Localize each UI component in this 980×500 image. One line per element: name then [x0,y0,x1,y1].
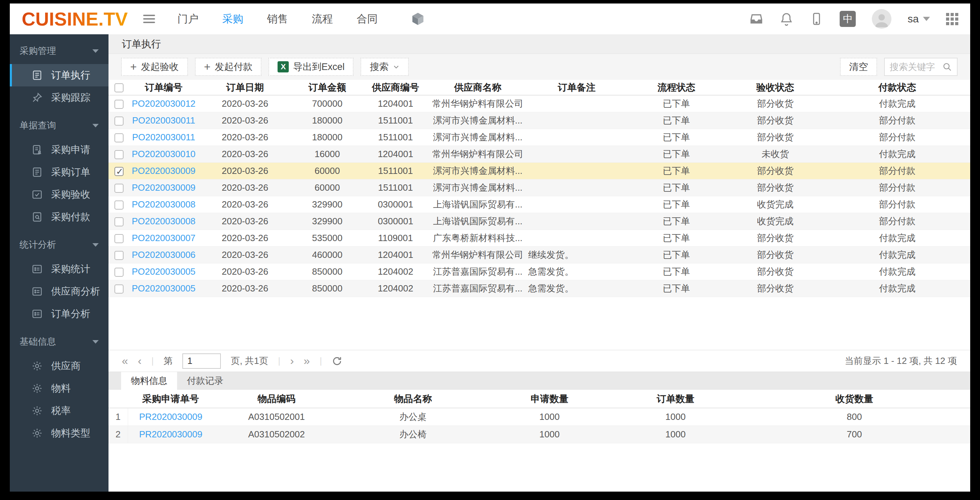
cell-flow-status: 已下单 [627,179,726,196]
order-number-link[interactable]: PO2020030009 [132,165,195,176]
sidebar-item-order-analysis[interactable]: 订单分析 [10,303,108,325]
order-row[interactable]: PO2020030007 2020-03-26 535000 1109001 广… [108,230,970,246]
hamburger-menu-icon[interactable] [143,13,155,25]
next-page-button[interactable]: › [290,354,294,367]
detail-row[interactable]: 1 PR2020030009 A0310502001 办公桌 1000 1000… [108,408,970,425]
user-menu[interactable]: sa [908,13,930,25]
sidebar-item-supplier-analysis[interactable]: 供应商分析 [10,280,108,303]
nav-item-portal[interactable]: 门户 [177,12,199,26]
order-number-link[interactable]: PO2020030012 [132,98,195,109]
sidebar-group-label: 基础信息 [20,335,56,348]
language-icon[interactable]: 中 [840,11,856,27]
order-number-link[interactable]: PO2020030006 [132,249,195,260]
cell-order-date: 2020-03-26 [198,95,292,112]
sidebar-item-purchase-acceptance[interactable]: 采购验收 [10,183,108,206]
nav-item-process[interactable]: 流程 [312,12,333,26]
search-icon[interactable] [942,62,952,72]
clear-button[interactable]: 清空 [840,58,877,76]
initiate-acceptance-button[interactable]: + 发起验收 [121,58,188,76]
sidebar-group-basic-info[interactable]: 基础信息 [10,325,108,355]
detail-row[interactable]: 2 PR2020030009 A0310502002 办公椅 1000 1000… [108,425,970,443]
tab-payment-records[interactable]: 付款记录 [177,372,233,390]
sidebar-item-material-type[interactable]: 物料类型 [10,422,108,444]
order-row[interactable]: PO2020030011 2020-03-26 180000 1511001 漯… [108,112,970,129]
order-number-link[interactable]: PO2020030005 [132,283,195,294]
app-logo[interactable]: CUISINE.TV [22,8,128,30]
row-checkbox-checked[interactable] [115,167,124,176]
order-row[interactable]: PO2020030012 2020-03-26 700000 1204001 常… [108,95,970,112]
tab-material-info[interactable]: 物料信息 [121,372,177,390]
apps-grid-icon[interactable] [946,13,958,25]
cell-order-amount: 60000 [292,179,362,196]
order-row[interactable]: PO2020030008 2020-03-26 329900 0300001 上… [108,196,970,213]
search-menu-button[interactable]: 搜索 [361,58,409,76]
sidebar-group-statistics[interactable]: 统计分析 [10,228,108,258]
order-row-selected[interactable]: PO2020030009 2020-03-26 60000 1511001 漯河… [108,162,970,179]
avatar[interactable] [872,9,891,29]
order-number-link[interactable]: PO2020030008 [132,216,195,226]
button-label: 导出到Excel [293,60,344,73]
select-all-checkbox[interactable] [115,83,124,92]
order-number-link[interactable]: PO2020030011 [132,132,195,143]
cell-order-date: 2020-03-26 [198,213,292,230]
sidebar-item-purchase-statistics[interactable]: 采购统计 [10,258,108,280]
orders-header-row: 订单编号 订单日期 订单金额 供应商编号 供应商名称 订单备注 流程状态 验收状… [108,80,970,95]
sidebar-group-purchase-mgmt[interactable]: 采购管理 [10,34,108,64]
page-title[interactable]: 订单执行 [122,37,161,51]
last-page-button[interactable]: » [304,354,310,367]
sidebar-item-purchase-order[interactable]: 采购订单 [10,161,108,183]
sidebar-item-supplier[interactable]: 供应商 [10,355,108,377]
order-row[interactable]: PO2020030005 2020-03-26 850000 1204002 江… [108,263,970,280]
sidebar-item-tax-rate[interactable]: 税率 [10,400,108,422]
row-checkbox[interactable] [115,184,124,193]
nav-item-sales[interactable]: 销售 [267,12,288,26]
order-row[interactable]: PO2020030005 2020-03-26 850000 1204002 江… [108,280,970,297]
sidebar-item-material[interactable]: 物料 [10,377,108,400]
cube-icon[interactable] [410,11,425,26]
order-number-link[interactable]: PO2020030007 [132,233,195,243]
bell-icon[interactable] [780,12,794,26]
mobile-icon[interactable] [810,12,824,26]
order-number-link[interactable]: PO2020030010 [132,149,195,159]
search-input[interactable] [890,62,939,72]
row-checkbox[interactable] [115,217,124,226]
order-row[interactable]: PO2020030011 2020-03-26 180000 1511001 漯… [108,129,970,146]
cell-acceptance-status: 未收货 [726,146,824,162]
pr-number-link[interactable]: PR2020030009 [139,429,202,440]
row-checkbox[interactable] [115,133,124,143]
nav-item-contract[interactable]: 合同 [356,12,378,26]
row-checkbox[interactable] [115,284,124,294]
inbox-icon[interactable] [749,12,764,26]
row-checkbox[interactable] [115,268,124,277]
row-checkbox[interactable] [115,234,124,243]
row-checkbox[interactable] [115,251,124,260]
sidebar-group-doc-query[interactable]: 单据查询 [10,109,108,138]
order-row[interactable]: PO2020030008 2020-03-26 329900 0300001 上… [108,213,970,230]
sidebar-item-order-execution[interactable]: 订单执行 [10,64,108,86]
sidebar-item-purchase-request[interactable]: 采购申请 [10,138,108,161]
list-card-icon [32,308,43,319]
row-checkbox[interactable] [115,200,124,210]
order-row[interactable]: PO2020030010 2020-03-26 16000 1204001 常州… [108,146,970,162]
order-number-link[interactable]: PO2020030011 [132,115,195,125]
export-excel-button[interactable]: X 导出到Excel [269,58,353,76]
first-page-button[interactable]: « [122,354,128,367]
col-order-qty: 订单数量 [612,390,738,408]
order-number-link[interactable]: PO2020030009 [132,182,195,193]
page-number-input[interactable] [182,353,221,369]
sidebar-item-purchase-payment[interactable]: 采购付款 [10,206,108,228]
order-row[interactable]: PO2020030006 2020-03-26 460000 1204001 常… [108,246,970,263]
sidebar-item-purchase-tracking[interactable]: 采购跟踪 [10,86,108,109]
pr-number-link[interactable]: PR2020030009 [139,411,202,422]
cell-order-date: 2020-03-26 [198,162,292,179]
order-number-link[interactable]: PO2020030008 [132,199,195,210]
prev-page-button[interactable]: ‹ [138,354,142,367]
row-checkbox[interactable] [115,150,124,159]
initiate-payment-button[interactable]: + 发起付款 [195,58,262,76]
order-number-link[interactable]: PO2020030005 [132,266,195,277]
order-row[interactable]: PO2020030009 2020-03-26 60000 1511001 漯河… [108,179,970,196]
nav-item-procurement[interactable]: 采购 [222,12,243,26]
row-checkbox[interactable] [115,100,124,109]
row-checkbox[interactable] [115,116,124,125]
refresh-icon[interactable] [332,356,342,366]
